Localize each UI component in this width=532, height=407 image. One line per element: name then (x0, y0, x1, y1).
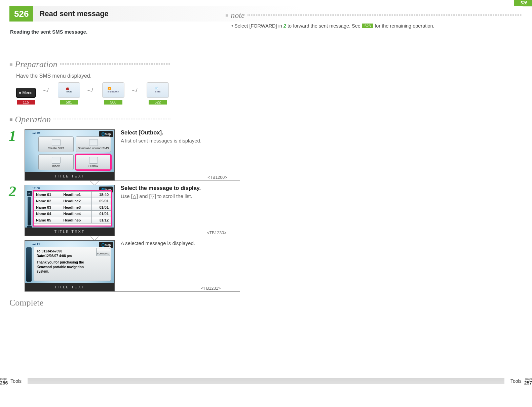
screen-titlebar: TITLE TEXT (25, 228, 114, 236)
message-text: Thank you for purchasing the Kenwood por… (37, 260, 87, 274)
step2-lead: Select the message to display. (121, 185, 201, 191)
bluetooth-thumb: 📶Bluetooth (102, 82, 124, 98)
step1-screenshot: 12:30 🌐Map Create SMS Download unread SM… (25, 129, 115, 180)
scroll-up-icon (27, 191, 32, 196)
list-row: Name 05Headline531/12 (34, 217, 111, 223)
nav-ref-115[interactable]: 115 (17, 100, 35, 105)
nav-ref-508[interactable]: 508 (104, 100, 122, 105)
step2-sub: Use [△] and [▽] to scroll the list. (121, 193, 201, 199)
screen-time: 12:30 (32, 131, 40, 134)
prep-marker-icon: ≡ (9, 62, 12, 68)
menu-button-thumb: Menu (16, 88, 36, 98)
footer-section-right: Tools (510, 378, 522, 384)
step1-tbref: <TB1200> (207, 175, 227, 180)
step2-tbref: <TB1230> (207, 231, 226, 235)
nav-item-menu: Menu 115 (16, 88, 36, 105)
message-list: Name 01Headline118:40 Name 02Headline205… (34, 191, 111, 226)
page-footer: page256 Tools Tools page257 (0, 374, 532, 388)
note-rule-icon (248, 15, 522, 15)
tile-inbox: Inbox (38, 154, 74, 170)
step2b-tbref: <TB1231> (201, 286, 221, 291)
forward-button: FORWARD (96, 248, 110, 256)
operation-section: ≡ Operation 1 12:30 🌐Map Create SMS Down… (9, 115, 523, 292)
preparation-section: ≡ Preparation Have the SMS menu displaye… (9, 59, 523, 105)
list-row: Name 02Headline205/01 (34, 198, 111, 204)
page-number-badge: 526 (9, 6, 33, 22)
tile-outbox: Outbox (76, 154, 111, 170)
screen-time: 12:30 (32, 187, 40, 190)
tools-thumb: 🧰Tools (58, 82, 80, 98)
note-marker-icon: ≡ (225, 12, 228, 18)
step1-sub: A list of sent messages is displayed. (121, 138, 201, 144)
op-heading: Operation (15, 115, 51, 125)
complete-label: Complete (9, 298, 523, 308)
note-text-3: for the remaining operation. (373, 23, 434, 29)
footer-rule-icon (28, 378, 504, 384)
step2b-screenshot: 12:34 🌐Map To:01234567890 Date:12/03/07 … (25, 240, 115, 291)
prep-rule-icon (60, 65, 171, 65)
screen-titlebar: TITLE TEXT (25, 283, 114, 291)
note-body: • Select [FORWARD] in 2 to forward the s… (225, 23, 522, 29)
nav-item-tools: 🧰Tools 501 (58, 82, 80, 105)
note-page-ref[interactable]: 523 (362, 24, 373, 28)
step2b-lead: A selected message is displayed. (121, 240, 195, 246)
nav-ref-522[interactable]: 522 (149, 100, 167, 105)
right-page-number: page257 (524, 377, 532, 385)
list-row: Name 01Headline118:40 (34, 192, 111, 198)
scrollbar (27, 191, 32, 231)
nav-item-sms: ✉️SMS 522 (147, 82, 169, 105)
page-subtitle: Reading the sent SMS message. (10, 29, 523, 35)
step-1: 1 12:30 🌐Map Create SMS Download unread … (9, 129, 523, 181)
sms-thumb: ✉️SMS (147, 82, 169, 98)
flow-arrow-icon (132, 88, 139, 94)
list-row: Name 04Headline401/01 (34, 211, 111, 217)
side-scroll (26, 247, 32, 282)
note-text-1: Select [FORWARD] in (234, 23, 283, 29)
note-text-2: to forward the sent message. See (286, 23, 362, 29)
step-number: 1 (9, 127, 16, 145)
op-marker-icon: ≡ (9, 117, 12, 123)
left-page-number: page256 (0, 377, 8, 385)
note-heading: note (231, 11, 244, 20)
step1-lead: Select [Outbox]. (121, 129, 201, 136)
nav-ref-501[interactable]: 501 (60, 100, 78, 105)
footer-section-left: Tools (10, 378, 22, 384)
screen-time: 12:34 (32, 242, 40, 245)
nav-flow: Menu 115 🧰Tools 501 📶Bluetooth 508 ✉️SMS… (16, 82, 523, 105)
note-step-ref: 2 (283, 23, 286, 29)
tile-download-unread: Download unread SMS (76, 136, 111, 152)
list-row: Name 03Headline301/01 (34, 204, 111, 211)
step-2: 2 12:30 🌐Map Name 01Headline118:40 (9, 185, 523, 236)
prep-instruction: Have the SMS menu displayed. (16, 73, 523, 79)
prep-heading: Preparation (15, 59, 57, 70)
tile-create-sms: Create SMS (38, 136, 74, 152)
nav-item-bluetooth: 📶Bluetooth 508 (102, 82, 124, 105)
screen-titlebar: TITLE TEXT (25, 172, 114, 180)
flow-arrow-icon (87, 88, 95, 94)
step-2-result: 12:34 🌐Map To:01234567890 Date:12/03/07 … (9, 240, 523, 292)
step2-screenshot: 12:30 🌐Map Name 01Headline118:40 Name 02… (25, 185, 115, 236)
op-rule-icon (53, 120, 171, 120)
step-number: 2 (9, 183, 16, 200)
note-section: ≡ note • Select [FORWARD] in 2 to forwar… (225, 11, 522, 29)
flow-arrow-icon (43, 88, 50, 94)
